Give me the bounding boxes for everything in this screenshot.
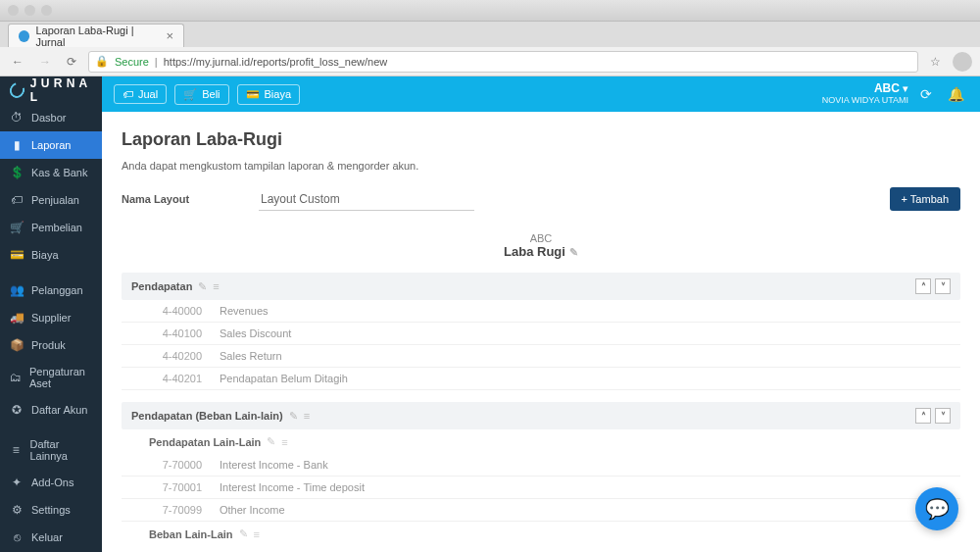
sidebar-item-pembelian[interactable]: 🛒Pembelian	[0, 214, 102, 241]
min-dot[interactable]	[24, 5, 35, 16]
move-up-button[interactable]: ˄	[915, 408, 931, 424]
main: 🏷Jual 🛒Beli 💳Biaya ABC ▾ NOVIA WIDYA UTA…	[102, 76, 980, 552]
section-pendapatan: Pendapatan ✎ ≡ ˄ ˅ 4-40000Revenues 4-401…	[122, 273, 960, 390]
browser-addressbar: ← → ⟳ 🔒 Secure | https://my.jurnal.id/re…	[0, 47, 980, 76]
supplier-icon: 🚚	[10, 311, 24, 325]
sidebar-item-daftar-lainnya[interactable]: ≡Daftar Lainnya	[0, 431, 102, 469]
section-pendapatan-beban-lain: Pendapatan (Beban Lain-lain) ✎ ≡ ˄ ˅ Pen…	[122, 402, 960, 552]
sidebar-item-settings[interactable]: ⚙Settings	[0, 496, 102, 524]
sidebar-item-addons[interactable]: ✦Add-Ons	[0, 469, 102, 496]
pencil-icon[interactable]: ✎	[267, 435, 275, 448]
cart-icon: 🛒	[183, 88, 197, 101]
chat-icon: 💬	[925, 497, 950, 521]
mac-titlebar	[0, 0, 980, 22]
page-title: Laporan Laba-Rugi	[122, 129, 960, 150]
company-switcher[interactable]: ABC ▾ NOVIA WIDYA UTAMI	[822, 82, 908, 105]
move-down-button[interactable]: ˅	[935, 408, 951, 424]
favicon-icon	[19, 30, 29, 42]
sidebar-item-supplier[interactable]: 🚚Supplier	[0, 304, 102, 331]
brand-logo-icon	[7, 79, 27, 100]
sidebar-item-kas-bank[interactable]: 💲Kas & Bank	[0, 159, 102, 186]
sales-icon: 🏷	[10, 193, 24, 207]
reload-icon[interactable]: ⟳	[63, 55, 80, 69]
product-icon: 📦	[10, 338, 24, 352]
tab-title: Laporan Laba-Rugi | Jurnal	[35, 25, 160, 48]
close-icon[interactable]: ×	[166, 28, 173, 43]
report-icon: ▮	[10, 138, 24, 152]
reorder-icon[interactable]: ≡	[254, 528, 260, 540]
addons-icon: ✦	[10, 476, 24, 489]
pencil-icon[interactable]: ✎	[569, 246, 578, 258]
sidebar-item-biaya[interactable]: 💳Biaya	[0, 241, 102, 269]
user-name: NOVIA WIDYA UTAMI	[822, 96, 908, 106]
account-row[interactable]: 8-80000Interest Expense	[122, 546, 960, 552]
topbar: 🏷Jual 🛒Beli 💳Biaya ABC ▾ NOVIA WIDYA UTA…	[102, 76, 980, 112]
url-text: https://my.jurnal.id/reports/profit_loss…	[164, 56, 387, 68]
star-icon[interactable]: ☆	[926, 55, 945, 69]
forward-icon: →	[35, 55, 55, 69]
account-row[interactable]: 7-70000Interest Income - Bank	[122, 454, 960, 477]
section-header[interactable]: Pendapatan (Beban Lain-lain) ✎ ≡ ˄ ˅	[122, 402, 960, 429]
secure-label: Secure	[115, 56, 149, 68]
sidebar-item-laporan[interactable]: ▮Laporan	[0, 131, 102, 159]
expense-icon: 💳	[10, 248, 24, 262]
pencil-icon[interactable]: ✎	[289, 410, 298, 423]
page-hint: Anda dapat mengkustom tampilan laporan &…	[122, 160, 960, 172]
max-dot[interactable]	[41, 5, 52, 16]
move-up-button[interactable]: ˄	[915, 278, 931, 294]
report-title: Laba Rugi✎	[122, 244, 960, 259]
accounts-icon: ✪	[10, 403, 24, 417]
pencil-icon[interactable]: ✎	[239, 527, 248, 540]
account-row[interactable]: 7-70001Interest Income - Time deposit	[122, 477, 960, 499]
beli-button[interactable]: 🛒Beli	[174, 84, 228, 105]
layout-label: Nama Layout	[122, 193, 220, 205]
sidebar-item-daftar-akun[interactable]: ✪Daftar Akun	[0, 396, 102, 424]
cash-icon: 💲	[10, 166, 24, 179]
reorder-icon[interactable]: ≡	[213, 280, 219, 292]
account-row[interactable]: 7-70099Other Income	[122, 499, 960, 522]
account-row[interactable]: 4-40201Pendapatan Belum Ditagih	[122, 368, 960, 390]
bell-icon[interactable]: 🔔	[944, 86, 968, 102]
account-row[interactable]: 4-40100Sales Discount	[122, 323, 960, 345]
move-down-button[interactable]: ˅	[935, 278, 951, 294]
report-company: ABC	[122, 232, 960, 244]
report-header: ABC Laba Rugi✎	[122, 232, 960, 259]
account-row[interactable]: 4-40000Revenues	[122, 300, 960, 323]
sidebar-item-dasbor[interactable]: ⏱Dasbor	[0, 104, 102, 131]
chat-fab[interactable]: 💬	[915, 487, 958, 530]
dashboard-icon: ⏱	[10, 111, 24, 125]
gear-icon: ⚙	[10, 503, 24, 517]
traffic-lights	[8, 5, 52, 16]
account-row[interactable]: 4-40200Sales Return	[122, 345, 960, 368]
brand[interactable]: J U R N A L	[0, 76, 102, 104]
tag-icon: 🏷	[122, 88, 133, 100]
subsection-header[interactable]: Beban Lain-Lain ✎ ≡	[122, 522, 960, 546]
url-field[interactable]: 🔒 Secure | https://my.jurnal.id/reports/…	[88, 51, 918, 73]
lock-icon: 🔒	[95, 55, 109, 68]
pencil-icon[interactable]: ✎	[198, 280, 207, 293]
browser-tab[interactable]: Laporan Laba-Rugi | Jurnal ×	[8, 24, 184, 47]
sidebar-item-penjualan[interactable]: 🏷Penjualan	[0, 186, 102, 214]
sidebar: J U R N A L ⏱Dasbor ▮Laporan 💲Kas & Bank…	[0, 76, 102, 552]
profile-avatar[interactable]	[953, 52, 972, 72]
sidebar-item-pelanggan[interactable]: 👥Pelanggan	[0, 276, 102, 304]
sidebar-item-produk[interactable]: 📦Produk	[0, 331, 102, 359]
layout-name-input[interactable]	[259, 188, 474, 211]
jual-button[interactable]: 🏷Jual	[114, 84, 167, 104]
reorder-icon[interactable]: ≡	[281, 436, 287, 448]
add-button[interactable]: + Tambah	[890, 187, 960, 211]
browser-tabbar: Laporan Laba-Rugi | Jurnal ×	[0, 22, 980, 47]
purchase-icon: 🛒	[10, 221, 24, 234]
biaya-button[interactable]: 💳Biaya	[237, 84, 301, 105]
layout-row: Nama Layout + Tambah	[122, 187, 960, 211]
sidebar-item-keluar[interactable]: ⎋Keluar	[0, 524, 102, 551]
close-dot[interactable]	[8, 5, 19, 16]
asset-icon: 🗂	[10, 371, 22, 384]
chevron-down-icon: ▾	[903, 82, 908, 94]
back-icon[interactable]: ←	[8, 55, 27, 69]
section-header[interactable]: Pendapatan ✎ ≡ ˄ ˅	[122, 273, 960, 300]
subsection-header[interactable]: Pendapatan Lain-Lain ✎ ≡	[122, 429, 960, 454]
history-icon[interactable]: ⟳	[916, 86, 936, 102]
sidebar-item-pengaturan-aset[interactable]: 🗂Pengaturan Aset	[0, 359, 102, 396]
reorder-icon[interactable]: ≡	[304, 410, 310, 422]
